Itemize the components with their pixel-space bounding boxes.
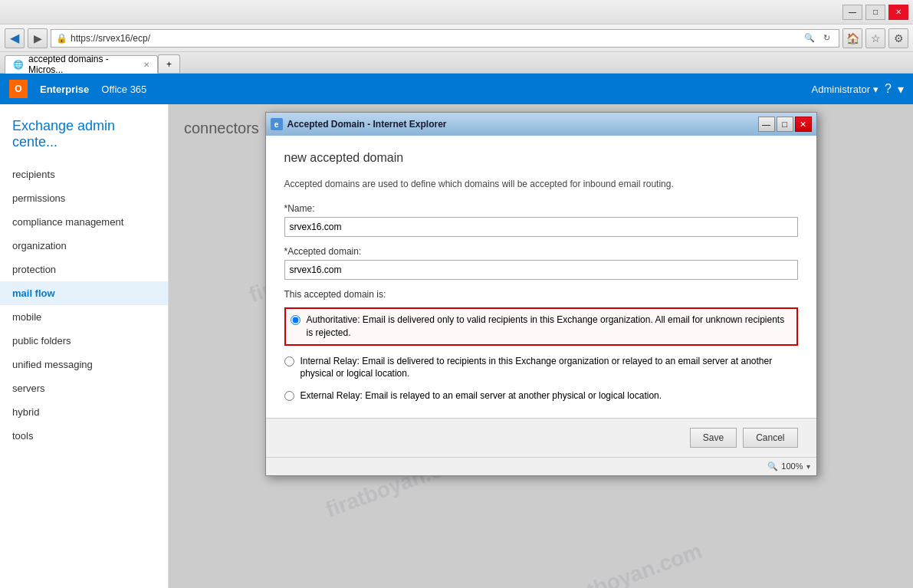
ie-dialog-title: Accepted Domain - Internet Explorer [287,119,754,130]
dialog-description: Accepted domains are used to define whic… [284,177,798,191]
tab-label: accepted domains - Micros... [28,54,139,75]
enterprise-link[interactable]: Enterprise [40,84,89,95]
radio-external-relay-label: External Relay: Email is relayed to an e… [301,389,662,402]
domain-type-label: This accepted domain is: [284,289,798,300]
settings-button[interactable]: ⚙ [888,28,908,48]
dialog-body: new accepted domain Accepted domains are… [266,136,816,418]
office-icon: O [9,80,28,98]
zoom-icon: 🔍 [767,462,778,471]
save-button[interactable]: Save [690,428,737,448]
ie-statusbar: 🔍 100% ▾ [266,457,816,475]
zoom-control[interactable]: 🔍 100% ▾ [767,462,810,471]
radio-internal-relay-input[interactable] [284,356,294,366]
ie-titlebar-buttons: — □ ✕ [758,117,812,132]
sidebar-item-compliance-management[interactable]: compliance management [0,210,168,234]
sidebar-item-public-folders[interactable]: public folders [0,329,168,353]
ie-maximize-button[interactable]: □ [777,117,793,132]
browser-tab-active[interactable]: 🌐 accepted domains - Micros... ✕ [5,55,158,74]
content-area: firatboyan.com firatboyan.com firatboyan… [169,104,913,588]
domain-label: *Accepted domain: [284,246,798,257]
app-header: O Enterprise Office 365 Administrator ▾ … [0,74,913,104]
name-label: *Name: [284,203,798,214]
admin-dropdown[interactable]: Administrator ▾ [812,84,879,95]
sidebar-item-organization[interactable]: organization [0,234,168,258]
radio-external-relay-input[interactable] [284,391,294,401]
sidebar-item-mobile[interactable]: mobile [0,305,168,329]
modal-overlay: e Accepted Domain - Internet Explorer — … [169,104,913,588]
tab-close-button[interactable]: ✕ [143,61,149,69]
home-button[interactable]: 🏠 [842,28,862,48]
app-header-links: Enterprise Office 365 [40,84,146,95]
radio-internal-relay[interactable]: Internal Relay: Email is delivered to re… [284,355,798,381]
browser-titlebar: — □ ✕ [0,0,913,25]
ie-titlebar: e Accepted Domain - Internet Explorer — … [266,113,816,136]
lock-icon: 🔒 [56,33,67,44]
close-button[interactable]: ✕ [888,5,908,20]
zoom-level: 100% [781,462,803,471]
browser-navbar: ◀ ▶ 🔒 https://srvex16/ecp/ 🔍 ↻ 🏠 ☆ ⚙ [0,25,913,52]
sidebar-item-servers[interactable]: servers [0,376,168,400]
minimize-button[interactable]: — [842,5,862,20]
favorites-button[interactable]: ☆ [865,28,885,48]
radio-authoritative-input[interactable] [291,315,301,325]
ie-close-button[interactable]: ✕ [795,117,812,132]
page-title: Exchange admin cente... [0,112,168,163]
sidebar-item-unified-messaging[interactable]: unified messaging [0,353,168,376]
radio-authoritative-label: Authoritative: Email is delivered only t… [307,314,792,340]
sidebar-item-mail-flow[interactable]: mail flow [0,281,168,305]
sidebar-item-tools[interactable]: tools [0,424,168,448]
tab-icon: 🌐 [13,60,24,70]
refresh-button[interactable]: ↻ [819,31,834,46]
address-bar: 🔒 https://srvex16/ecp/ 🔍 ↻ [51,29,839,48]
search-button[interactable]: 🔍 [802,31,817,46]
main-layout: Exchange admin cente... recipients permi… [0,104,913,588]
more-options-button[interactable]: ▾ [898,82,904,97]
back-button[interactable]: ◀ [5,28,25,48]
header-right: Administrator ▾ ? ▾ [812,82,904,97]
dialog-title: new accepted domain [284,151,798,165]
maximize-button[interactable]: □ [865,5,885,20]
radio-external-relay[interactable]: External Relay: Email is relayed to an e… [284,389,798,402]
cancel-button[interactable]: Cancel [743,428,797,448]
radio-authoritative[interactable]: Authoritative: Email is delivered only t… [284,307,798,346]
sidebar-item-permissions[interactable]: permissions [0,186,168,210]
titlebar-buttons: — □ ✕ [842,5,908,20]
address-text[interactable]: https://srvex16/ecp/ [71,33,799,44]
zoom-dropdown-icon[interactable]: ▾ [806,462,810,471]
sidebar-item-hybrid[interactable]: hybrid [0,400,168,424]
sidebar-item-protection[interactable]: protection [0,258,168,281]
sidebar: Exchange admin cente... recipients permi… [0,104,169,588]
domain-input[interactable] [284,260,798,280]
radio-group: Authoritative: Email is delivered only t… [284,307,798,402]
office365-link[interactable]: Office 365 [101,84,146,95]
help-button[interactable]: ? [885,82,892,96]
dialog-footer: Save Cancel [266,418,816,457]
new-tab-button[interactable]: + [158,54,180,73]
admin-label: Administrator [812,84,871,95]
name-input[interactable] [284,217,798,237]
browser-tabbar: 🌐 accepted domains - Micros... ✕ + [0,52,913,74]
sidebar-item-recipients[interactable]: recipients [0,163,168,186]
ie-dialog-icon: e [271,118,283,130]
ie-minimize-button[interactable]: — [758,117,775,132]
forward-button[interactable]: ▶ [28,28,48,48]
radio-internal-relay-label: Internal Relay: Email is delivered to re… [301,355,798,381]
chevron-down-icon: ▾ [873,84,879,95]
ie-dialog: e Accepted Domain - Internet Explorer — … [265,112,817,476]
